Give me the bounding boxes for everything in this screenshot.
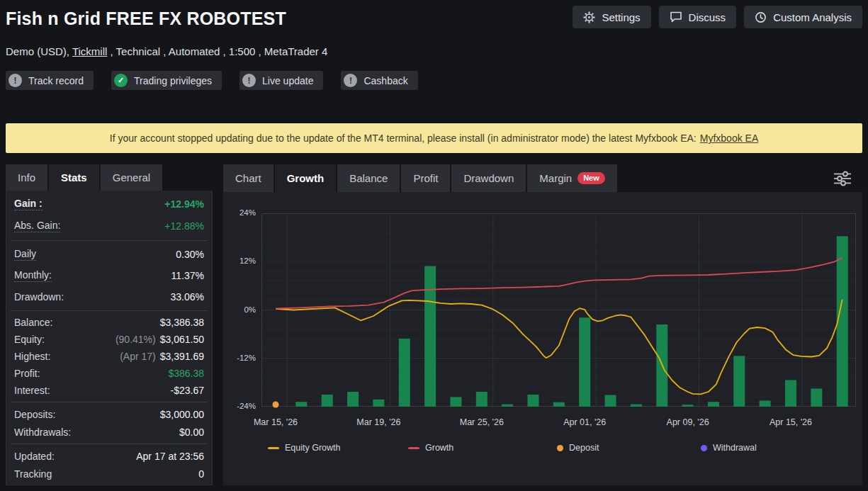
daily-bar [553,402,565,407]
daily-bar [373,400,384,407]
header-buttons: SettingsDiscussCustom Analysis [573,6,862,28]
chart-tab-growth[interactable]: Growth [275,164,337,192]
chart-tab-profit[interactable]: Profit [401,164,450,192]
stat-value: Apr 17 at 23:56 [136,451,204,462]
account-details-text: , Technical , Automated , 1:500 , MetaTr… [107,45,327,57]
account-header: Fish n Grid FREE FX ROBOTEST SettingsDis… [0,0,868,90]
check-circle-icon: ✓ [114,74,128,87]
stat-label: Drawdown: [14,291,64,303]
badge-track-record[interactable]: !Track record [6,71,94,90]
deposit-marker[interactable] [273,402,279,408]
speech-bubble-icon [670,11,682,23]
settings-button[interactable]: Settings [573,6,650,28]
stat-value-prefix: (Apr 17) [120,351,156,362]
stat-label[interactable]: Monthly: [14,269,52,282]
page-title: Fish n Grid FREE FX ROBOTEST [6,6,286,31]
legend-swatch [268,447,279,449]
stats-tab-info[interactable]: Info [6,164,47,191]
tab-label: Balance [349,172,388,184]
chart-tab-drawdown[interactable]: Drawdown [451,164,526,192]
stat-label[interactable]: Daily [14,248,36,261]
legend-withdrawal[interactable]: Withdrawal [701,443,757,453]
y-axis-label: 0% [223,305,256,314]
daily-bar [399,339,410,407]
exclamation-circle-icon: ! [9,74,22,87]
stat-row-withdrawals: Withdrawals:$0.00 [14,423,204,441]
legend-deposit[interactable]: Deposit [557,443,599,453]
stat-row-interest: Interest:-$23.67 [14,382,204,399]
broker-link[interactable]: Tickmill [72,45,107,57]
x-axis-label: Apr 09, '26 [667,417,709,427]
tab-label: General [113,171,150,184]
stat-value: 11.37% [171,270,204,281]
stat-row-deposits: Deposits:$3,000.00 [14,405,204,423]
stat-label: Highest: [14,351,50,362]
stat-label: Deposits: [14,409,55,420]
button-label: Custom Analysis [773,11,852,23]
growth-chart: 24%12%0%-12%-24%Mar 15, '26Mar 19, '26Ma… [223,192,862,485]
x-axis-label: Mar 19, '26 [356,417,400,427]
page: Fish n Grid FREE FX ROBOTEST SettingsDis… [0,0,868,491]
chart-tab-balance[interactable]: Balance [337,164,400,192]
stat-label[interactable]: Abs. Gain: [14,220,60,232]
stat-label[interactable]: Gain : [14,198,43,210]
equity-growth-line [276,300,842,395]
section-divider [11,310,208,311]
badge-trading-privileges[interactable]: ✓Trading privileges [111,71,222,90]
stat-row-profit: Profit:$386.38 [14,365,204,382]
stat-value: $3,386.38 [160,317,204,328]
chart-settings-sliders-icon[interactable] [833,171,852,186]
daily-bar [450,397,461,407]
button-label: Settings [602,11,640,23]
clock-icon [755,11,767,23]
y-axis-label: 24% [223,208,256,217]
stat-label: Balance: [14,317,52,328]
stat-row-abs-gain: Abs. Gain:+12.88% [14,215,204,238]
tab-label: Chart [235,172,261,184]
daily-bar [347,392,359,407]
myfxbook-ea-link[interactable]: Myfxbook EA [700,132,758,144]
badge-label: Cashback [363,75,407,86]
daily-bar [424,266,436,407]
daily-bar [785,380,796,407]
legend-label: Equity Growth [285,443,341,453]
badge-label: Trading privileges [134,75,212,86]
stat-label: Profit: [14,368,40,379]
stat-value: 0 [198,468,204,480]
discuss-button[interactable]: Discuss [659,6,737,28]
daily-bar [476,392,487,407]
stats-card: InfoStatsGeneral Gain :+12.94%Abs. Gain:… [6,164,213,485]
tab-label: Profit [413,172,438,184]
x-axis-label: Mar 15, '26 [254,417,298,427]
verification-badges: !Track record✓Trading privileges!Live up… [6,71,862,90]
stats-tabs: InfoStatsGeneral [6,164,213,191]
growth-line [276,258,842,309]
main-content: InfoStatsGeneral Gain :+12.94%Abs. Gain:… [6,164,862,485]
stat-value: $3,000.00 [160,409,204,420]
account-subtitle: Demo (USD), Tickmill , Technical , Autom… [6,45,862,58]
stat-row-highest: Highest:(Apr 17)$3,391.69 [14,348,204,365]
stat-label: Equity: [14,334,45,345]
stat-row-daily: Daily0.30% [14,244,204,265]
stat-value: (Apr 17)$3,391.69 [120,351,204,362]
section-divider [11,402,208,402]
chart-tab-margin[interactable]: MarginNew [527,164,616,192]
custom-analysis-button[interactable]: Custom Analysis [744,6,862,28]
stats-tab-stats[interactable]: Stats [49,164,99,191]
stat-row-gain: Gain :+12.94% [14,193,204,215]
legend-growth[interactable]: Growth [408,443,453,453]
legend-label: Deposit [569,443,599,453]
stats-tab-general[interactable]: General [101,164,162,191]
badge-live-update[interactable]: !Live update [239,71,323,90]
stat-value-prefix: (90.41%) [115,334,156,345]
legend-swatch [701,445,707,451]
legend-equity-growth[interactable]: Equity Growth [268,443,341,453]
stat-row-monthly: Monthly:11.37% [14,265,204,286]
y-axis-label: -12% [223,354,256,362]
badge-cashback[interactable]: !Cashback [341,71,417,90]
chart-tab-chart[interactable]: Chart [223,164,274,192]
section-divider [11,444,208,444]
stat-value: -$23.67 [171,385,204,396]
account-type-text: Demo (USD), [6,45,72,57]
x-axis-label: Mar 25, '26 [460,417,504,427]
